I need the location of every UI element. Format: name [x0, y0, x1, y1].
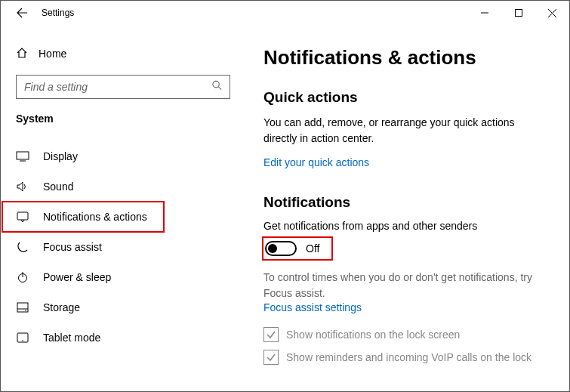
svg-line-5: [218, 87, 221, 90]
maximize-button[interactable]: [501, 1, 535, 25]
checkbox-lockscreen[interactable]: Show notifications on the lock screen: [263, 327, 548, 342]
svg-rect-11: [17, 303, 28, 312]
notifications-toggle[interactable]: [265, 241, 297, 256]
titlebar: Settings: [1, 1, 569, 25]
sidebar-item-tablet[interactable]: Tablet mode: [13, 323, 242, 353]
notifications-title: Notifications: [263, 194, 548, 211]
edit-quick-actions-link[interactable]: Edit your quick actions: [263, 156, 369, 168]
minimize-button[interactable]: [467, 1, 501, 25]
power-icon: [16, 271, 29, 283]
sidebar-item-label: Sound: [43, 181, 73, 193]
sidebar-item-label: Notifications & actions: [43, 211, 147, 223]
main-content: Notifications & actions Quick actions Yo…: [242, 25, 569, 391]
back-button[interactable]: [11, 7, 32, 19]
sidebar-item-focus[interactable]: Focus assist: [13, 232, 242, 262]
minimize-icon: [481, 9, 488, 17]
svg-rect-8: [17, 212, 28, 220]
notifications-icon: [16, 211, 29, 222]
sidebar-item-display[interactable]: Display: [13, 141, 242, 171]
close-button[interactable]: [535, 1, 569, 25]
focus-assist-hint: To control times when you do or don't ge…: [263, 270, 548, 301]
sound-icon: [16, 181, 29, 192]
close-icon: [548, 9, 556, 17]
svg-point-13: [25, 310, 26, 311]
sidebar-item-label: Display: [43, 150, 78, 162]
sidebar-item-sound[interactable]: Sound: [13, 171, 242, 202]
sidebar: Home System Display Sound Notifications …: [1, 25, 242, 391]
sidebar-item-label: Power & sleep: [43, 271, 111, 283]
notifications-toggle-label: Get notifications from apps and other se…: [263, 220, 548, 232]
search-input[interactable]: [16, 75, 230, 99]
checkbox-icon: [263, 350, 279, 365]
search-icon: [211, 80, 223, 94]
maximize-icon: [515, 9, 522, 17]
quick-actions-desc: You can add, remove, or rearrange your q…: [263, 115, 548, 147]
svg-rect-6: [17, 152, 29, 159]
tablet-icon: [16, 332, 29, 343]
svg-point-4: [213, 81, 219, 87]
sidebar-item-label: Storage: [43, 301, 80, 313]
sidebar-item-storage[interactable]: Storage: [13, 292, 242, 323]
focus-icon: [16, 241, 29, 253]
home-label: Home: [39, 48, 66, 60]
page-title: Notifications & actions: [263, 46, 548, 69]
notifications-toggle-row: Off: [263, 238, 331, 259]
display-icon: [16, 151, 29, 162]
toggle-knob-icon: [268, 244, 277, 253]
window-controls: [467, 1, 569, 25]
home-link[interactable]: Home: [16, 40, 242, 67]
storage-icon: [16, 302, 29, 313]
home-icon: [16, 47, 28, 61]
sidebar-category: System: [16, 113, 242, 125]
checkbox-label: Show reminders and incoming VoIP calls o…: [286, 351, 531, 363]
sidebar-item-power[interactable]: Power & sleep: [13, 262, 242, 292]
focus-assist-settings-link[interactable]: Focus assist settings: [263, 301, 548, 313]
sidebar-item-notifications[interactable]: Notifications & actions: [2, 202, 164, 232]
svg-rect-1: [515, 10, 522, 17]
sidebar-item-label: Tablet mode: [43, 332, 100, 344]
sidebar-item-label: Focus assist: [43, 241, 102, 253]
checkbox-voip[interactable]: Show reminders and incoming VoIP calls o…: [263, 350, 548, 365]
checkbox-label: Show notifications on the lock screen: [286, 329, 460, 341]
checkbox-icon: [263, 327, 279, 342]
svg-point-15: [22, 340, 23, 341]
search-wrap: [16, 75, 230, 99]
window-title: Settings: [42, 8, 467, 18]
arrow-left-icon: [16, 7, 28, 19]
toggle-state-label: Off: [306, 242, 319, 255]
quick-actions-title: Quick actions: [263, 89, 548, 106]
